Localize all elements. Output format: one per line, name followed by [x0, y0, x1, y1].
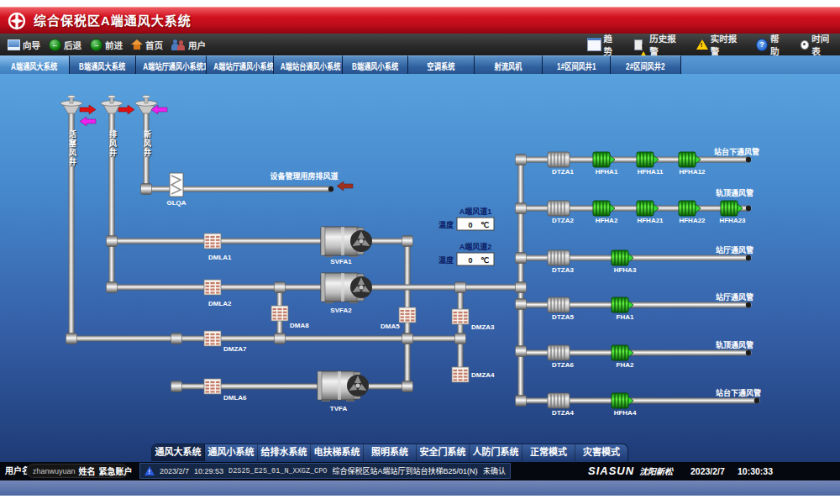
trend-label: 趋势	[604, 32, 620, 57]
home-icon	[131, 39, 143, 50]
forward-button[interactable]: → 前进	[86, 39, 127, 51]
temp2-title: A端风道2	[459, 242, 492, 251]
bottomnav-escalator[interactable]: 电扶梯系统	[311, 444, 364, 461]
temp1-label: 温度	[438, 220, 454, 229]
device-label-dtza6: DTZA6	[552, 361, 574, 369]
tab-a-hall-small-vent-1[interactable]: A端站厅通风小系统1	[136, 55, 207, 75]
bottomnav-safety-door[interactable]: 安全门系统	[417, 444, 470, 461]
damper-dmla2[interactable]	[204, 280, 221, 295]
filter-glqa[interactable]	[170, 173, 183, 197]
jet-fan-fha1[interactable]	[612, 297, 633, 312]
device-label-dmla6: DMLA6	[223, 394, 247, 402]
duct-label-b2: 轨顶通风管	[716, 188, 753, 197]
tab-a-hall-small-vent-2[interactable]: A端站厅通风小系统2	[207, 55, 274, 75]
bottomnav-disaster-mode[interactable]: 灾害模式	[575, 444, 627, 461]
damper-dmla1[interactable]	[204, 234, 221, 249]
equip-duct-label: 设备管理用房排风道	[270, 171, 338, 181]
jet-fan-hfha3[interactable]	[612, 250, 633, 265]
timetable-label: 时间表	[811, 32, 836, 57]
jet-fan-hfha1[interactable]	[593, 152, 615, 167]
jet-fan-hfha11[interactable]	[637, 152, 659, 167]
device-label-fha2: FHA2	[617, 361, 634, 369]
user-info-pill: zhanwuyuan 姓名 紧急账户	[26, 464, 129, 478]
jet-fan-hfha4[interactable]	[612, 393, 633, 408]
tab-air-conditioning[interactable]: 空调系统	[408, 55, 475, 75]
back-button[interactable]: ← 后退	[45, 39, 86, 51]
realtime-alarm-button[interactable]: ! 实时报警	[692, 32, 746, 57]
damper-dma5[interactable]	[399, 307, 416, 323]
metro-logo-icon	[8, 12, 26, 30]
shaft-label-exhaust: 排风井	[108, 130, 118, 158]
damper-dmza3[interactable]	[452, 309, 469, 324]
arrow-darkred-left-equipduct	[337, 181, 353, 191]
duct-damper-dtza6[interactable]	[548, 345, 570, 360]
jet-fan-hfha21[interactable]	[637, 201, 659, 216]
realtime-alarm-label: 实时报警	[711, 32, 742, 57]
duct-damper-dtza4[interactable]	[548, 393, 570, 408]
app-window: 综合保税区A端通风大系统 向导 ← 后退 → 前进 首页	[0, 0, 840, 504]
home-button[interactable]: 首页	[127, 39, 167, 51]
jet-fan-fha2[interactable]	[612, 345, 633, 360]
user-label: 用户	[188, 39, 206, 51]
diagram-canvas: GLQA 设备管理用房排风道 DMLA1 DMLA2 DMZA7 DMLA6 D…	[0, 74, 840, 462]
alarm-panel[interactable]: ! 2023/2/7 10:29:53 D2S25_E25_01_N_XXGZ_…	[139, 463, 511, 479]
bottomnav-normal-mode[interactable]: 正常模式	[522, 444, 575, 461]
timetable-radio-icon	[801, 40, 809, 50]
tab-bar-filler	[681, 55, 840, 74]
duct-damper-dtza1[interactable]	[548, 152, 570, 167]
system-tab-bar: A端通风大系统 B端通风大系统 A端站厅通风小系统1 A端站厅通风小系统2 A端…	[0, 55, 840, 74]
axial-fan-tvfa[interactable]	[318, 371, 369, 402]
realtime-alarm-icon: !	[696, 39, 708, 50]
bottomnav-small-vent[interactable]: 通风小系统	[205, 444, 258, 461]
device-label-hfha12: HFHA12	[679, 168, 706, 176]
history-alarm-button[interactable]: ! 历史报警	[630, 32, 686, 57]
ventilation-diagram: GLQA 设备管理用房排风道 DMLA1 DMLA2 DMZA7 DMLA6 D…	[0, 74, 840, 462]
tab-b-end-small-vent[interactable]: B端通风小系统	[343, 55, 408, 75]
arrow-magenta-left-piston	[80, 117, 96, 126]
duct-damper-dtza3[interactable]	[548, 250, 570, 265]
duct-damper-dtza5[interactable]	[548, 297, 570, 312]
tab-jet-fan[interactable]: 射流风机	[475, 55, 543, 75]
alarm-triangle-icon: !	[144, 466, 155, 475]
help-button[interactable]: ? 帮助	[752, 32, 790, 57]
history-alarm-icon: !	[634, 39, 648, 50]
damper-dma8[interactable]	[271, 306, 288, 321]
tab-interval-shaft-2[interactable]: 2#区间风井2	[611, 55, 681, 75]
tab-interval-shaft-1[interactable]: 1#区间风井1	[543, 55, 611, 75]
bottomnav-water-supply[interactable]: 给排水系统	[258, 444, 311, 461]
alarm-ack-status[interactable]: 未确认	[483, 465, 506, 476]
user-button[interactable]: 用户	[167, 39, 210, 51]
jet-fan-hfha23[interactable]	[721, 201, 743, 216]
timetable-button[interactable]: 时间表	[796, 32, 840, 57]
wizard-button[interactable]: 向导	[3, 39, 45, 51]
bottomnav-big-vent[interactable]: 通风大系统	[152, 444, 205, 461]
trend-button[interactable]: 趋势	[583, 32, 624, 57]
vendor-logo-en: SIASUN	[588, 462, 634, 480]
bottomnav-civil-defense-door[interactable]: 人防门系统	[470, 444, 522, 461]
damper-dmza7[interactable]	[204, 331, 221, 346]
tab-a-end-big-vent[interactable]: A端通风大系统	[0, 55, 70, 75]
jet-fan-hfha2[interactable]	[593, 201, 615, 216]
device-label-dmza7: DMZA7	[223, 345, 247, 353]
device-label-dtza4: DTZA4	[552, 409, 574, 417]
damper-dmla6[interactable]	[204, 379, 221, 394]
top-margin	[0, 0, 840, 7]
device-label-dtza3: DTZA3	[552, 266, 574, 274]
bottom-margin	[0, 496, 840, 504]
tab-b-end-big-vent[interactable]: B端通风大系统	[70, 55, 136, 75]
arrow-red-right-exhaust	[118, 105, 134, 114]
duct-damper-dtza2[interactable]	[548, 201, 570, 216]
bottomnav-lighting[interactable]: 照明系统	[364, 444, 417, 461]
shaft-label-piston: 活塞风井	[67, 130, 78, 167]
device-label-dtza5: DTZA5	[552, 313, 574, 321]
name-label: 姓名	[79, 465, 96, 477]
duct-label-b6: 站台下通风管	[716, 388, 761, 397]
damper-dmza4[interactable]	[452, 367, 469, 382]
device-label-dtza1: DTZA1	[552, 168, 574, 176]
axial-fan-svfa1[interactable]	[321, 227, 372, 257]
device-label-hfha2: HFHA2	[596, 217, 618, 224]
jet-fan-hfha12[interactable]	[679, 152, 701, 167]
axial-fan-svfa2[interactable]	[321, 273, 372, 303]
jet-fan-hfha22[interactable]	[679, 201, 701, 216]
tab-a-platform-small-vent[interactable]: A端站台通风小系统	[274, 55, 343, 75]
